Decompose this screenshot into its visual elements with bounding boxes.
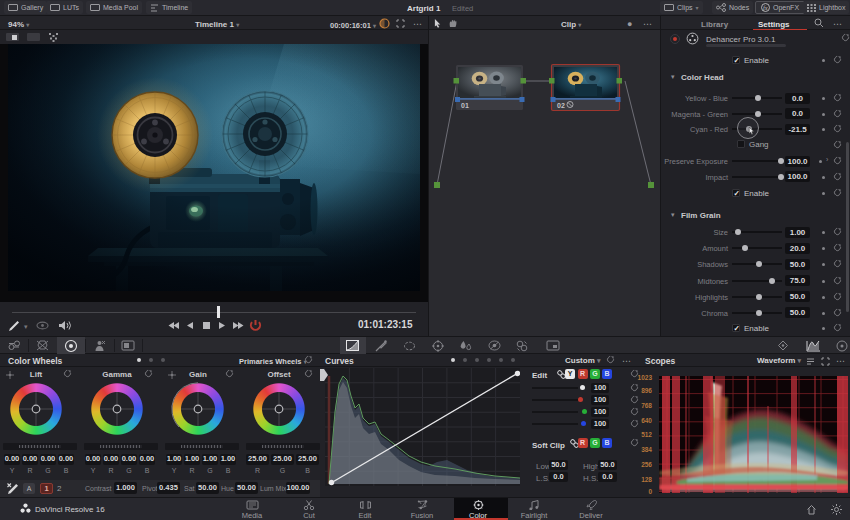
svg-text:fx: fx (763, 4, 768, 11)
svg-text:02: 02 (557, 102, 565, 109)
svg-text:01: 01 (461, 102, 469, 109)
